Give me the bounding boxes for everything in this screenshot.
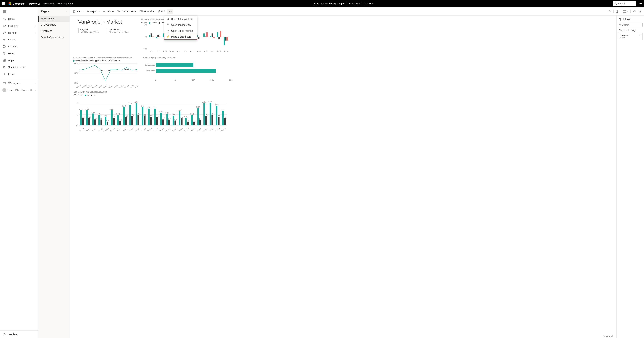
- breadcrumb[interactable]: Sales and Marketing Sample | Data update…: [74, 2, 613, 5]
- hamburger-icon[interactable]: [0, 7, 38, 16]
- svg-text:Jan-14: Jan-14: [153, 128, 158, 131]
- menu-item[interactable]: Open lineage view: [164, 22, 197, 28]
- svg-rect-24: [4, 61, 5, 61]
- share-button[interactable]: Share: [102, 9, 115, 14]
- svg-text:May-14: May-14: [97, 84, 103, 88]
- page-tab[interactable]: Growth Opportunities: [38, 34, 70, 40]
- reset-button[interactable]: [607, 9, 612, 14]
- chart-units-month[interactable]: Total Units by Month and isVanArsdel isV…: [73, 91, 613, 131]
- nav-recent[interactable]: Recent›: [0, 29, 38, 36]
- app-name[interactable]: Power BI: [29, 2, 42, 5]
- current-workspace[interactable]: ⋯ Power BI in Powe… ⧉ ⌄: [0, 87, 38, 94]
- svg-rect-116: [156, 63, 193, 67]
- filter-card-segment[interactable]: Segment is (All) ⌄: [618, 33, 642, 40]
- svg-text:P-08: P-08: [170, 51, 174, 52]
- svg-text:3.8K: 3.8K: [128, 103, 132, 105]
- svg-text:2K: 2K: [137, 113, 140, 115]
- page-tab[interactable]: YTD Category: [38, 22, 70, 28]
- refresh-button[interactable]: [632, 9, 637, 14]
- svg-point-30: [119, 11, 120, 11]
- svg-rect-78: [198, 37, 200, 40]
- nav-learn[interactable]: Learn: [0, 71, 38, 78]
- content-area: File⌄ Export⌄ Share Chat in Teams Subscr…: [70, 7, 644, 338]
- svg-point-26: [4, 67, 5, 67]
- file-button[interactable]: File⌄: [72, 9, 84, 14]
- svg-rect-42: [167, 25, 168, 26]
- page-tab[interactable]: Sentiment: [38, 28, 70, 34]
- nav-goals[interactable]: Goals: [0, 50, 38, 57]
- microsoft-label: Microsoft: [12, 2, 24, 5]
- svg-rect-51: [152, 37, 154, 37]
- svg-text:Jun-14: Jun-14: [184, 128, 189, 131]
- svg-text:Nov-13: Nov-13: [140, 127, 146, 131]
- kpi-market-share[interactable]: 32.86 % % Units Market Share: [107, 28, 129, 33]
- svg-line-39: [168, 19, 168, 19]
- kpi-total-volume[interactable]: 49,832 Total Category Volu…: [78, 28, 100, 33]
- database-icon: [3, 45, 6, 48]
- chevron-down-icon[interactable]: ▾: [372, 3, 374, 5]
- nav-create[interactable]: Create: [0, 36, 38, 43]
- svg-text:1.6K: 1.6K: [149, 115, 152, 117]
- actionbar-more-button[interactable]: [167, 9, 173, 14]
- svg-text:P-00: P-00: [224, 51, 228, 52]
- svg-text:1.6K: 1.6K: [217, 115, 220, 117]
- nav-workspaces[interactable]: Workspaces›: [0, 80, 38, 87]
- svg-rect-4: [3, 3, 4, 4]
- svg-text:5K: 5K: [174, 79, 176, 81]
- svg-text:1.9K: 1.9K: [190, 113, 194, 115]
- search-input[interactable]: [618, 2, 633, 5]
- nav-get-data[interactable]: Get data: [0, 330, 38, 338]
- chevron-down-icon[interactable]: ⌄: [640, 34, 641, 36]
- subscribe-button[interactable]: Subscribe: [138, 9, 156, 14]
- bookmark-button[interactable]: ⌄: [615, 9, 621, 14]
- filter-search[interactable]: [618, 23, 642, 27]
- svg-text:Feb-13: Feb-13: [85, 127, 91, 131]
- view-button[interactable]: ⌄: [622, 9, 629, 14]
- svg-rect-142: [94, 119, 96, 125]
- chart-share-line[interactable]: % Units Market Share and % Units Market …: [73, 56, 138, 88]
- global-search[interactable]: [613, 1, 636, 6]
- menu-item[interactable]: Pin to a dashboard: [164, 34, 197, 40]
- svg-text:20K: 20K: [229, 79, 232, 81]
- nav-home[interactable]: Home: [0, 16, 38, 23]
- microsoft-logo[interactable]: Microsoft: [7, 2, 26, 5]
- export-button[interactable]: Export⌄: [85, 9, 102, 14]
- svg-text:P-02: P-02: [210, 51, 214, 52]
- svg-rect-137: [88, 118, 90, 125]
- svg-point-33: [170, 11, 170, 11]
- svg-text:Sep-14: Sep-14: [202, 127, 208, 131]
- svg-rect-41: [167, 24, 168, 25]
- menu-item[interactable]: Open usage metrics: [164, 28, 197, 34]
- svg-text:Oct-14: Oct-14: [208, 128, 214, 131]
- chevron-down-icon[interactable]: ⌄: [34, 89, 36, 92]
- edit-button[interactable]: Edit: [156, 9, 167, 14]
- nav-shared[interactable]: Shared with me: [0, 64, 38, 71]
- topbar-more-icon[interactable]: [637, 2, 644, 5]
- chart-segment-bar[interactable]: Total Category Volume by Segment Conveni…: [143, 56, 613, 88]
- collapse-icon[interactable]: «: [66, 10, 67, 13]
- menu-item[interactable]: See related content: [164, 16, 197, 22]
- svg-rect-22: [4, 59, 5, 60]
- page-tab[interactable]: Market Share: [38, 16, 70, 22]
- svg-rect-81: [203, 34, 205, 37]
- filter-search-input[interactable]: [622, 24, 642, 26]
- svg-rect-85: [210, 36, 212, 37]
- svg-text:0K: 0K: [155, 79, 157, 81]
- chart-yoy[interactable]: % Unit Market Share YOY Change by Region…: [141, 18, 613, 54]
- nav-datasets[interactable]: Datasets: [0, 43, 38, 50]
- svg-text:-10%: -10%: [143, 48, 147, 50]
- nav-favorites[interactable]: Favorites›: [0, 23, 38, 29]
- app-launcher-icon[interactable]: [0, 2, 7, 5]
- svg-rect-175: [136, 103, 137, 125]
- svg-line-251: [620, 25, 621, 26]
- nav-apps[interactable]: Apps: [0, 57, 38, 64]
- svg-text:Aug-14: Aug-14: [113, 84, 119, 88]
- svg-rect-94: [225, 37, 226, 41]
- svg-rect-192: [156, 117, 158, 125]
- chat-teams-button[interactable]: Chat in Teams: [116, 9, 138, 14]
- pencil-icon: [158, 10, 160, 13]
- workspace-name[interactable]: Power BI in Power App demo: [42, 2, 74, 5]
- favorite-button[interactable]: [638, 9, 642, 14]
- svg-text:1.3K: 1.3K: [223, 116, 226, 118]
- svg-text:3.1K: 3.1K: [153, 107, 157, 109]
